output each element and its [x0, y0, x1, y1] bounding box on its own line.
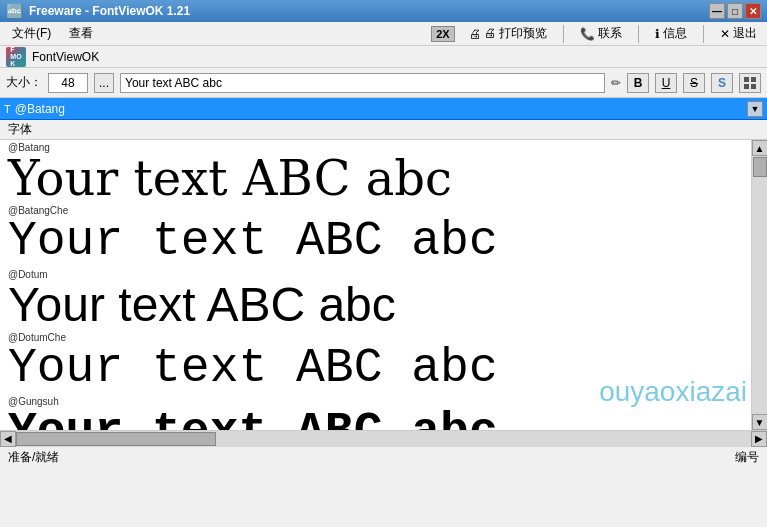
color-button[interactable]: S: [711, 73, 733, 93]
info-icon: ℹ: [655, 27, 660, 41]
grid-icon: [743, 76, 757, 90]
font-list-label: 字体: [8, 121, 32, 138]
app-icon: FMOK: [6, 47, 26, 67]
status-left: 准备/就绪: [8, 449, 59, 466]
font-entry-batangche: @BatangChe Your text ABC abc: [0, 203, 751, 266]
grid-button[interactable]: [739, 73, 761, 93]
exit-icon: ✕: [720, 27, 730, 41]
selected-font-name: @Batang: [15, 102, 747, 116]
separator3: [703, 25, 704, 43]
menu-bar-right: 2X 🖨 🖨 打印预览 📞 联系 ℹ 信息 ✕ 退出: [431, 23, 763, 44]
h-scroll-track[interactable]: [16, 431, 751, 447]
font-preview-batang: Your text ABC abc: [8, 153, 743, 203]
font-preview-dotum: Your text ABC abc: [8, 280, 743, 330]
scroll-left-button[interactable]: ◀: [0, 431, 16, 447]
title-bar: 🔤 Freeware - FontViewOK 1.21 — □ ✕: [0, 0, 767, 22]
scroll-up-button[interactable]: ▲: [752, 140, 768, 156]
app-logo-icon: 🔤: [6, 3, 23, 19]
maximize-button[interactable]: □: [727, 3, 743, 19]
menu-view[interactable]: 查看: [61, 23, 101, 44]
info-button[interactable]: ℹ 信息: [649, 23, 693, 44]
status-bar: 准备/就绪 编号: [0, 446, 767, 468]
font-preview-gungsuh: Your text ABC abc: [8, 407, 743, 430]
font-selector-bar: T @Batang ▼: [0, 98, 767, 120]
minimize-button[interactable]: —: [709, 3, 725, 19]
bold-button[interactable]: B: [627, 73, 649, 93]
app-bar: FMOK FontViewOK: [0, 46, 767, 68]
scroll-track[interactable]: [752, 156, 768, 414]
print-preview-button[interactable]: 🖨 🖨 打印预览: [463, 23, 553, 44]
font-type-indicator: T: [4, 103, 11, 115]
h-scroll-thumb[interactable]: [16, 432, 216, 446]
font-preview-dotumche: Your text ABC abc: [8, 343, 743, 393]
title-bar-controls: — □ ✕: [709, 3, 761, 19]
font-entry-batang: @Batang Your text ABC abc: [0, 140, 751, 203]
title-bar-left: 🔤 Freeware - FontViewOK 1.21: [6, 3, 190, 19]
badge-2x[interactable]: 2X: [431, 26, 454, 42]
main-content: @Batang Your text ABC abc @BatangChe You…: [0, 140, 767, 430]
font-dropdown-button[interactable]: ▼: [747, 101, 763, 117]
print-icon: 🖨: [469, 27, 481, 41]
close-button[interactable]: ✕: [745, 3, 761, 19]
menu-file[interactable]: 文件(F): [4, 23, 59, 44]
preview-text-input[interactable]: [120, 73, 605, 93]
scroll-down-button[interactable]: ▼: [752, 414, 768, 430]
window-title: Freeware - FontViewOK 1.21: [29, 4, 190, 18]
svg-rect-2: [744, 84, 749, 89]
svg-rect-1: [751, 77, 756, 82]
size-label: 大小：: [6, 74, 42, 91]
contact-icon: 📞: [580, 27, 595, 41]
svg-rect-0: [744, 77, 749, 82]
svg-rect-3: [751, 84, 756, 89]
font-preview-batangche: Your text ABC abc: [8, 216, 743, 266]
vertical-scrollbar: ▲ ▼: [751, 140, 767, 430]
size-input[interactable]: [48, 73, 88, 93]
more-sizes-button[interactable]: ...: [94, 73, 114, 93]
contact-button[interactable]: 📞 联系: [574, 23, 628, 44]
font-display: @Batang Your text ABC abc @BatangChe You…: [0, 140, 751, 430]
menu-bar-left: 文件(F) 查看: [4, 23, 431, 44]
scroll-right-button[interactable]: ▶: [751, 431, 767, 447]
pencil-icon: ✏: [611, 76, 621, 90]
chevron-down-icon: ▼: [751, 104, 760, 114]
font-entry-dotumche: @DotumChe Your text ABC abc: [0, 330, 751, 393]
exit-button[interactable]: ✕ 退出: [714, 23, 763, 44]
status-right: 编号: [735, 449, 759, 466]
strikethrough-button[interactable]: S: [683, 73, 705, 93]
underline-button[interactable]: U: [655, 73, 677, 93]
toolbar: 大小： ... ✏ B U S S: [0, 68, 767, 98]
font-list-header: 字体: [0, 120, 767, 140]
font-entry-dotum: @Dotum Your text ABC abc: [0, 267, 751, 330]
font-entry-gungsuh: @Gungsuh Your text ABC abc: [0, 394, 751, 430]
separator2: [638, 25, 639, 43]
horizontal-scrollbar: ◀ ▶: [0, 430, 767, 446]
menu-bar: 文件(F) 查看 2X 🖨 🖨 打印预览 📞 联系 ℹ 信息 ✕ 退出: [0, 22, 767, 46]
separator: [563, 25, 564, 43]
scroll-thumb[interactable]: [753, 157, 767, 177]
app-name: FontViewOK: [32, 50, 99, 64]
